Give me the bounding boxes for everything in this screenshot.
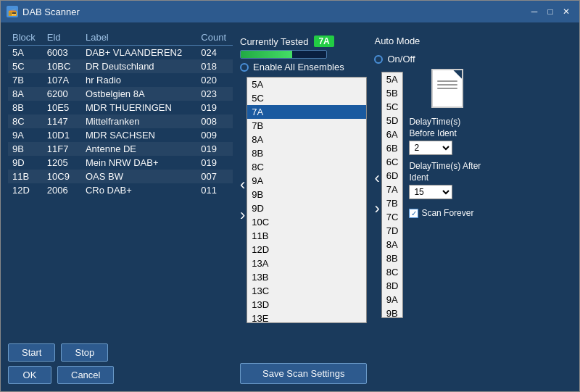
list-item[interactable]: 7A [382, 183, 403, 196]
enable-ensembles-row[interactable]: Enable All Ensembles [240, 62, 367, 72]
ensemble-right-list[interactable]: 5A5B5C5D6A6B6C6D7A7B7C7D8A8B8C8D9A9B [381, 72, 404, 318]
window-title: DAB Scanner [22, 7, 80, 17]
list-item[interactable]: 6B [382, 141, 403, 155]
list-item[interactable]: 5B [382, 86, 403, 100]
list-item[interactable]: 12D [247, 243, 366, 257]
table-row[interactable]: 8A6200Ostbelgien 8A023 [8, 87, 233, 101]
list-item[interactable]: 10C [247, 215, 366, 229]
delay-after-group: DelayTime(s) After Ident 5 10 15 20 30 [409, 161, 486, 199]
table-cell: 009 [196, 128, 233, 142]
list-item[interactable]: 5C [247, 91, 366, 105]
table-row[interactable]: 11B10C9OAS BW007 [8, 170, 233, 183]
list-item[interactable]: 9B [247, 188, 366, 201]
list-item[interactable]: 8B [382, 251, 403, 265]
table-cell: 107A [43, 73, 81, 87]
table-row[interactable]: 12D2006CRo DAB+011 [8, 183, 233, 197]
table-cell: 019 [196, 142, 233, 156]
left-arrow-button[interactable]: ‹ [240, 177, 245, 193]
list-item[interactable]: 7A [247, 105, 366, 119]
ok-button[interactable]: OK [8, 366, 51, 384]
left-arrow2-button[interactable]: ‹ [374, 170, 379, 186]
col-header-eld: Eld [43, 30, 81, 46]
table-cell: 12D [8, 183, 43, 197]
table-row[interactable]: 9D1205Mein NRW DAB+019 [8, 156, 233, 170]
list-item[interactable]: 7C [382, 210, 403, 224]
table-cell: 2006 [43, 183, 81, 197]
maximize-button[interactable]: □ [543, 4, 558, 19]
col-header-count: Count [196, 30, 233, 46]
list-item[interactable]: 9A [382, 293, 403, 306]
list-item[interactable]: 5A [247, 78, 366, 91]
right-arrows: ‹ › [374, 170, 379, 217]
list-item[interactable]: 5C [382, 100, 403, 114]
list-item[interactable]: 13A [247, 257, 366, 270]
list-item[interactable]: 13E [247, 312, 366, 323]
table-row[interactable]: 8B10E5MDR THUERINGEN019 [8, 101, 233, 114]
right-lists-row: ‹ › 5A5B5C5D6A6B6C6D7A7B7C7D8A8B8C8D9A9B [374, 69, 403, 318]
list-item[interactable]: 9A [247, 174, 366, 188]
list-item[interactable]: 11B [247, 229, 366, 243]
right-arrow-button[interactable]: › [240, 207, 245, 223]
list-item[interactable]: 8D [382, 279, 403, 293]
channel-table-container[interactable]: Block Eld Label Count 5A6003DAB+ VLAANDE… [8, 30, 233, 336]
delay-before-label: DelayTime(s) Before Ident [409, 117, 486, 139]
left-panel: Block Eld Label Count 5A6003DAB+ VLAANDE… [8, 30, 233, 384]
list-item[interactable]: 8C [247, 160, 366, 174]
list-item[interactable]: 5D [382, 114, 403, 128]
delay-before-select[interactable]: 1 2 3 4 5 [409, 141, 452, 155]
table-cell: 8C [8, 114, 43, 128]
scan-forever-row[interactable]: ✓ Scan Forever [409, 208, 486, 218]
list-item[interactable]: 9B [382, 306, 403, 318]
list-item[interactable]: 13B [247, 270, 366, 284]
table-cell: 007 [196, 170, 233, 183]
table-row[interactable]: 9B11F7Antenne DE019 [8, 142, 233, 156]
minimize-button[interactable]: ─ [527, 4, 542, 19]
table-cell: 6200 [43, 87, 81, 101]
onoff-row[interactable]: On/Off [374, 54, 486, 64]
table-row[interactable]: 9A10D1MDR SACHSEN009 [8, 128, 233, 142]
table-row[interactable]: 5C10BCDR Deutschland018 [8, 59, 233, 73]
delay-after-select[interactable]: 5 10 15 20 30 [409, 185, 452, 199]
table-cell: MDR SACHSEN [81, 128, 196, 142]
enable-ensembles-radio[interactable] [240, 63, 249, 72]
table-cell: OAS BW [81, 170, 196, 183]
list-item[interactable]: 5A [382, 72, 403, 86]
scan-forever-checkbox[interactable]: ✓ [409, 209, 418, 218]
list-item[interactable]: 8A [382, 238, 403, 251]
save-settings-button[interactable]: Save Scan Settings [240, 363, 367, 384]
list-item[interactable]: 9D [247, 201, 366, 215]
list-item[interactable]: 6C [382, 155, 403, 169]
stop-button[interactable]: Stop [61, 343, 108, 362]
table-cell: 9D [8, 156, 43, 170]
list-item[interactable]: 7D [382, 224, 403, 238]
table-row[interactable]: 5A6003DAB+ VLAANDEREN2024 [8, 46, 233, 60]
table-cell: 11B [8, 170, 43, 183]
table-cell: 011 [196, 183, 233, 197]
table-row[interactable]: 8C1147Mittelfranken008 [8, 114, 233, 128]
table-cell: 024 [196, 46, 233, 60]
right-arrow2-button[interactable]: › [374, 201, 379, 217]
list-item[interactable]: 8C [382, 265, 403, 279]
table-cell: 10BC [43, 59, 81, 73]
list-item[interactable]: 13D [247, 298, 366, 312]
ensemble-left-list[interactable]: 5A5C7A7B8A8B8C9A9B9D10C11B12D13A13B13C13… [246, 77, 367, 323]
list-item[interactable]: 7B [247, 119, 366, 133]
table-cell: MDR THUERINGEN [81, 101, 196, 114]
list-item[interactable]: 8B [247, 146, 366, 160]
cancel-button[interactable]: Cancel [57, 366, 114, 384]
list-item[interactable]: 8A [247, 133, 366, 146]
start-button[interactable]: Start [8, 343, 55, 362]
list-item[interactable]: 6A [382, 128, 403, 141]
auto-mode-radio[interactable] [374, 55, 383, 64]
list-item[interactable]: 13C [247, 284, 366, 298]
table-cell: 018 [196, 59, 233, 73]
right-panel: Auto Mode On/Off ‹ › 5A5B5C5D6A6B6C6D7A7… [374, 30, 486, 384]
delay-before-group: DelayTime(s) Before Ident 1 2 3 4 5 [409, 117, 486, 155]
app-icon: 📻 [7, 6, 18, 17]
table-cell: Mittelfranken [81, 114, 196, 128]
list-item[interactable]: 7B [382, 196, 403, 210]
table-cell: 8A [8, 87, 43, 101]
table-row[interactable]: 7B107Ahr Radio020 [8, 73, 233, 87]
list-item[interactable]: 6D [382, 169, 403, 183]
close-button[interactable]: ✕ [559, 4, 573, 19]
